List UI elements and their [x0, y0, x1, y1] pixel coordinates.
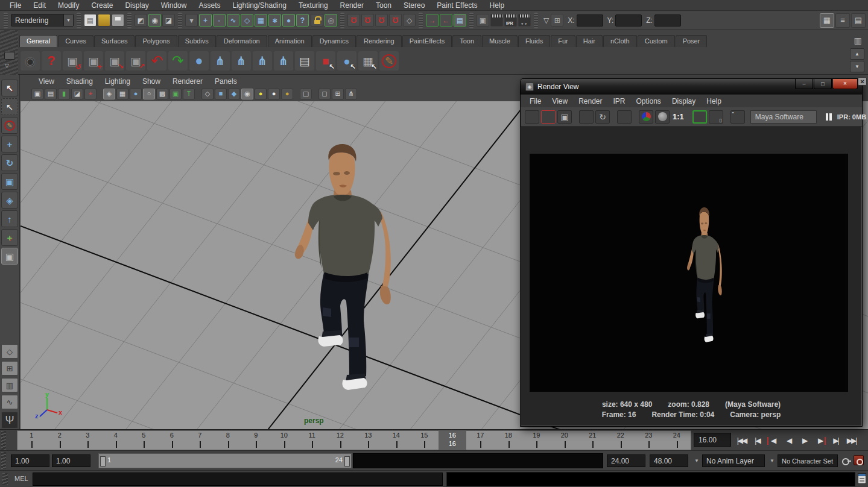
menu-create[interactable]: Create: [85, 0, 119, 11]
four-pane-layout-button[interactable]: ⊞: [1, 361, 18, 375]
joint-chain-icon-3[interactable]: ⋔: [253, 51, 272, 71]
step-back-key-button[interactable]: |◀: [750, 433, 765, 448]
collapse-icon[interactable]: ▽: [543, 16, 549, 25]
tool-settings-icon[interactable]: ≡: [835, 13, 850, 28]
character-set-selector[interactable]: No Character Set: [778, 454, 838, 467]
viewport-menu-shading[interactable]: Shading: [60, 76, 99, 87]
gate-mask-icon[interactable]: ○: [143, 89, 155, 99]
wireframe-icon[interactable]: ◇: [201, 89, 214, 99]
film-gate-icon[interactable]: ▦: [116, 89, 128, 99]
drag-handle[interactable]: [469, 13, 474, 28]
make-live-icon[interactable]: ◇: [403, 14, 416, 27]
menu-help[interactable]: Help: [484, 0, 511, 11]
joint-chain-icon-4[interactable]: ⋔: [274, 51, 293, 71]
single-pane-icon[interactable]: ◻: [318, 89, 331, 99]
animation-start-field[interactable]: 1.00: [11, 454, 49, 467]
select-red-cube-icon[interactable]: ■: [316, 51, 335, 71]
smooth-shade-icon[interactable]: ■: [215, 89, 227, 99]
select-rendering-icon[interactable]: ●: [282, 14, 295, 27]
menu-set-selector[interactable]: Rendering ▼: [11, 14, 74, 27]
channel-box-icon[interactable]: ▤: [851, 13, 866, 28]
viewport-menu-panels[interactable]: Panels: [209, 76, 243, 87]
timeline-frame[interactable]: 1111: [298, 431, 326, 450]
snap-to-curves-icon[interactable]: Ω: [361, 14, 374, 27]
viewport-menu-renderer[interactable]: Renderer: [166, 76, 209, 87]
select-dynamics-icon[interactable]: ∗: [268, 14, 281, 27]
drag-handle[interactable]: [178, 13, 182, 28]
timeline-frame[interactable]: 1515: [410, 431, 439, 450]
selection-mask-menu-icon[interactable]: ▾: [185, 14, 198, 27]
shelf-tab-muscle[interactable]: Muscle: [482, 35, 518, 47]
alpha-channel-icon[interactable]: [655, 110, 670, 124]
ipr-render-icon[interactable]: [504, 14, 517, 27]
timeline-frame[interactable]: 1818: [495, 431, 523, 450]
symmetry-icon[interactable]: ⊞: [551, 14, 563, 27]
render-current-frame-icon[interactable]: [490, 14, 503, 27]
drag-handle[interactable]: [4, 13, 8, 28]
select-points-icon[interactable]: +: [199, 14, 212, 27]
render-view-menu-display[interactable]: Display: [667, 97, 701, 105]
joint-chain-icon-1[interactable]: ⋔: [211, 51, 230, 71]
remove-image-icon[interactable]: [709, 110, 723, 124]
drag-handle[interactable]: [127, 13, 131, 28]
timeline-frame[interactable]: 33: [74, 431, 102, 450]
all-lights-icon[interactable]: ●: [268, 89, 280, 99]
menu-lighting-shading[interactable]: Lighting/Shading: [226, 0, 292, 11]
select-tool[interactable]: ↖: [1, 80, 18, 96]
animation-end-field[interactable]: 48.00: [650, 454, 688, 467]
highlight-selection-icon[interactable]: ◎: [325, 14, 337, 27]
timeline-frame[interactable]: 22: [46, 431, 74, 450]
trash-icon[interactable]: ▥: [852, 35, 863, 46]
shelf-tab-subdivs[interactable]: Subdivs: [178, 35, 216, 47]
drag-handle[interactable]: [534, 13, 538, 28]
whats-this-icon[interactable]: ?: [42, 51, 61, 71]
select-surfaces-icon[interactable]: ◇: [241, 14, 253, 27]
menu-file[interactable]: File: [4, 0, 27, 11]
shadows-icon[interactable]: ●: [281, 89, 293, 99]
soft-modification-tool[interactable]: ↑: [1, 210, 18, 227]
menu-modify[interactable]: Modify: [52, 0, 85, 11]
go-to-end-button[interactable]: ▶▶|: [844, 433, 859, 448]
shelf-tab-ncloth[interactable]: nCloth: [603, 35, 637, 47]
camera-zoom-icon[interactable]: ▣: [126, 51, 145, 71]
render-view-title-bar[interactable]: ◈ Render View – □ ×: [521, 79, 862, 95]
select-deformations-icon[interactable]: ▦: [255, 14, 267, 27]
anim-layer-menu-icon[interactable]: ▼: [694, 458, 699, 463]
playback-range-slider[interactable]: 1 24: [98, 453, 352, 468]
lasso-tool[interactable]: ↖: [1, 98, 18, 115]
pause-ipr-icon[interactable]: [825, 113, 833, 121]
character-set-menu-icon[interactable]: ▼: [770, 458, 775, 463]
open-scene-icon[interactable]: [98, 14, 110, 27]
last-tool-used[interactable]: ▣: [1, 248, 18, 265]
textured-icon[interactable]: ◉: [241, 89, 253, 99]
timeline-frame[interactable]: 88: [214, 431, 242, 450]
drag-handle[interactable]: [1, 452, 6, 469]
menu-window[interactable]: Window: [155, 0, 193, 11]
editor-window-icon[interactable]: ▤: [295, 51, 314, 71]
isolate-select-icon[interactable]: ▢: [300, 89, 312, 99]
viewport-menu-show[interactable]: Show: [136, 76, 166, 87]
play-forwards-button[interactable]: ▶: [797, 433, 812, 448]
scale-tool[interactable]: ▣: [1, 173, 18, 190]
menu-render[interactable]: Render: [334, 0, 370, 11]
auto-keyframe-icon[interactable]: [854, 455, 864, 465]
select-blue-sphere-icon[interactable]: ●: [337, 51, 356, 71]
play-backwards-button[interactable]: ◀: [781, 433, 796, 448]
select-curves-icon[interactable]: ∿: [227, 14, 239, 27]
mel-input-field[interactable]: [33, 473, 443, 486]
select-component-icon[interactable]: ◪: [162, 14, 175, 27]
maximize-button[interactable]: □: [814, 79, 832, 89]
pan-zoom-icon[interactable]: +: [84, 89, 97, 99]
wireframe-on-shaded-icon[interactable]: ◆: [228, 89, 240, 99]
select-object-icon[interactable]: ◉: [148, 14, 161, 27]
drag-handle[interactable]: [2, 473, 8, 485]
timeline-frame[interactable]: 2424: [663, 431, 691, 450]
render-view-menu-ipr[interactable]: IPR: [608, 97, 631, 105]
menu-texturing[interactable]: Texturing: [293, 0, 334, 11]
delete-unused-icon[interactable]: ●: [189, 51, 209, 71]
persp-outliner-layout-button[interactable]: ▥: [1, 378, 18, 392]
timeline-frame[interactable]: 99: [242, 431, 270, 450]
menu-assets[interactable]: Assets: [192, 0, 226, 11]
new-scene-icon[interactable]: ▤: [84, 14, 97, 27]
script-editor-icon[interactable]: [858, 473, 866, 484]
